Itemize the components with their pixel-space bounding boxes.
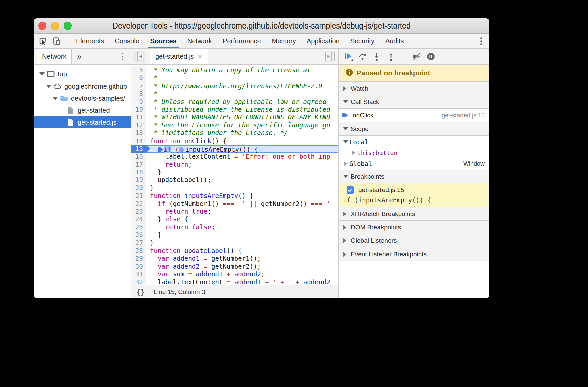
- pause-on-exceptions-icon[interactable]: [426, 52, 435, 61]
- line-number[interactable]: 25: [131, 223, 146, 231]
- code-line-text[interactable]: label.textContent = addend1 + ' + ' + ad…: [146, 278, 338, 285]
- device-toolbar-icon[interactable]: [52, 36, 62, 46]
- line-number[interactable]: 6: [131, 74, 146, 82]
- line-number[interactable]: 31: [131, 270, 146, 278]
- line-number[interactable]: 20: [131, 184, 146, 192]
- title-bar[interactable]: Developer Tools - https://googlechrome.g…: [34, 18, 489, 34]
- tab-network[interactable]: Network: [182, 34, 217, 48]
- resume-icon[interactable]: [344, 52, 353, 61]
- line-number[interactable]: 32: [131, 278, 146, 285]
- line-number[interactable]: 19: [131, 176, 146, 184]
- tree-item-devtools-samples[interactable]: devtools-samples/: [34, 92, 131, 104]
- line-number[interactable]: 7: [131, 82, 146, 90]
- line-number[interactable]: 23: [131, 208, 146, 215]
- section-header-watch[interactable]: Watch: [339, 82, 489, 95]
- code-line-text[interactable]: * You may obtain a copy of the License a…: [146, 66, 338, 74]
- code-line-text[interactable]: if (inputsAreEmpty()) {: [146, 145, 338, 153]
- code-line-text[interactable]: function onClick() {: [146, 137, 338, 145]
- callstack-frame[interactable]: onClickget-started.js:15: [339, 109, 489, 122]
- tab-performance[interactable]: Performance: [217, 34, 267, 48]
- toggle-debugger-icon[interactable]: [325, 51, 335, 62]
- tab-console[interactable]: Console: [109, 34, 144, 48]
- minimize-button[interactable]: [51, 22, 59, 30]
- code-line-text[interactable]: *: [146, 74, 338, 82]
- section-header-dom-breakpoints[interactable]: DOM Breakpoints: [339, 221, 489, 234]
- close-button[interactable]: [38, 22, 46, 30]
- section-header-call-stack[interactable]: Call Stack: [339, 95, 489, 109]
- tab-sources[interactable]: Sources: [145, 34, 182, 48]
- code-line-text[interactable]: }: [146, 231, 338, 239]
- code-line-text[interactable]: var sum = addend1 + addend2;: [146, 270, 338, 278]
- tree-item-get-started-js[interactable]: get-started.js: [34, 116, 131, 128]
- code-line-text[interactable]: * http://www.apache.org/licenses/LICENSE…: [146, 82, 338, 90]
- line-number[interactable]: 17: [131, 161, 146, 168]
- code-line-text[interactable]: return false;: [146, 223, 338, 231]
- tree-expand-arrow[interactable]: [38, 72, 46, 76]
- code-line-text[interactable]: }: [146, 239, 338, 247]
- code-line-text[interactable]: if (getNumber1() === '' || getNumber2() …: [146, 200, 338, 208]
- line-number[interactable]: 24: [131, 215, 146, 223]
- code-line-text[interactable]: * Unless required by applicable law or a…: [146, 98, 338, 106]
- line-number[interactable]: 13: [131, 129, 146, 137]
- line-number[interactable]: 9: [131, 98, 146, 106]
- scope-property-this[interactable]: this: button: [339, 148, 489, 158]
- navigator-overflow-chevron[interactable]: »: [77, 52, 81, 61]
- pretty-print-icon[interactable]: {}: [136, 288, 145, 296]
- line-number[interactable]: 5: [131, 66, 146, 74]
- scope-global[interactable]: GlobalWindow: [339, 158, 489, 170]
- close-icon[interactable]: ×: [198, 53, 202, 60]
- line-number[interactable]: 29: [131, 255, 146, 262]
- code-line-text[interactable]: updateLabel();: [146, 176, 338, 184]
- tab-application[interactable]: Application: [301, 34, 345, 48]
- section-header-scope[interactable]: Scope: [339, 122, 489, 136]
- step-over-icon[interactable]: [358, 52, 367, 61]
- line-number[interactable]: 26: [131, 231, 146, 239]
- tree-item-get-started[interactable]: get-started: [34, 104, 131, 116]
- code-line-text[interactable]: }: [146, 168, 338, 176]
- editor-file-tab[interactable]: get-started.js ×: [150, 49, 208, 64]
- code-line-text[interactable]: var addend1 = getNumber1();: [146, 255, 338, 262]
- tab-security[interactable]: Security: [345, 34, 380, 48]
- line-number[interactable]: 12: [131, 121, 146, 129]
- breakpoint-checkbox[interactable]: [347, 186, 354, 194]
- line-number[interactable]: 27: [131, 239, 146, 247]
- line-number[interactable]: 11: [131, 113, 146, 121]
- scope-local[interactable]: Local: [339, 136, 489, 148]
- tree-expand-arrow[interactable]: [52, 97, 59, 100]
- line-number[interactable]: 10: [131, 106, 146, 113]
- code-line-text[interactable]: }: [146, 184, 338, 192]
- zoom-button[interactable]: [64, 22, 72, 30]
- line-number[interactable]: 16: [131, 153, 146, 160]
- line-number[interactable]: 18: [131, 168, 146, 176]
- section-header-breakpoints[interactable]: Breakpoints: [339, 170, 489, 183]
- code-line-text[interactable]: function inputsAreEmpty() {: [146, 192, 338, 200]
- line-number[interactable]: 28: [131, 247, 146, 255]
- tree-expand-arrow[interactable]: [45, 85, 52, 88]
- section-header-global-listeners[interactable]: Global Listeners: [339, 234, 489, 247]
- tab-elements[interactable]: Elements: [71, 34, 109, 48]
- line-number[interactable]: 22: [131, 200, 146, 208]
- tab-audits[interactable]: Audits: [380, 34, 409, 48]
- deactivate-breakpoints-icon[interactable]: [412, 52, 421, 61]
- section-header-event-listener-breakpoints[interactable]: Event Listener Breakpoints: [339, 247, 489, 261]
- code-line-text[interactable]: *: [146, 90, 338, 98]
- section-header-xhr-fetch-breakpoints[interactable]: XHR/fetch Breakpoints: [339, 207, 489, 221]
- step-into-icon[interactable]: [372, 52, 381, 61]
- kebab-menu-icon[interactable]: [475, 35, 487, 47]
- execution-line-number-badge[interactable]: 15: [131, 145, 146, 153]
- toggle-navigator-icon[interactable]: [134, 51, 145, 62]
- code-line-text[interactable]: * limitations under the License. */: [146, 129, 338, 137]
- tree-item-top[interactable]: top: [34, 68, 131, 80]
- code-line-text[interactable]: return;: [146, 161, 338, 168]
- code-line-text[interactable]: var addend2 = getNumber2();: [146, 263, 338, 270]
- code-line-text[interactable]: function updateLabel() {: [146, 247, 338, 255]
- code-line-text[interactable]: label.textContent = 'Error: one or both …: [146, 153, 338, 160]
- code-editor[interactable]: 5 * You may obtain a copy of the License…: [131, 65, 338, 285]
- line-number[interactable]: 30: [131, 263, 146, 270]
- code-line-text[interactable]: return true;: [146, 208, 338, 215]
- code-line-text[interactable]: * distributed under the License is distr…: [146, 106, 338, 113]
- code-line-text[interactable]: * WITHOUT WARRANTIES OR CONDITIONS OF AN…: [146, 113, 338, 121]
- line-number[interactable]: 14: [131, 137, 146, 145]
- tab-memory[interactable]: Memory: [267, 34, 301, 48]
- navigator-tab-network[interactable]: Network: [37, 49, 72, 64]
